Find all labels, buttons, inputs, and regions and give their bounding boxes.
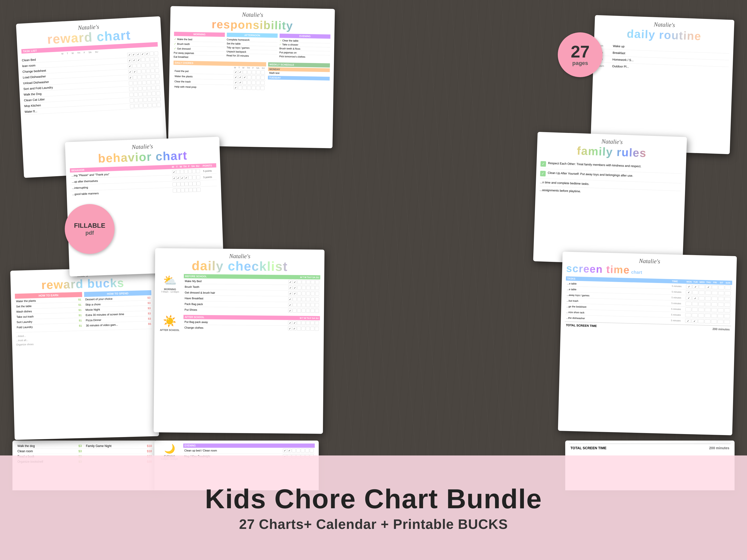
fillable-sub: pdf — [85, 230, 94, 236]
family-rules-list: ✓ Respect Each Other: Treat family membe… — [540, 159, 682, 198]
total-screen-time-label: TOTAL SCREEN TIME — [566, 323, 713, 330]
list-item: Clean room$3$10 — [17, 449, 153, 454]
afternoon-header: AFTERNOON — [227, 33, 278, 38]
afternoon-tasks: Complete homework Set the table Tidy up … — [226, 37, 277, 58]
daily-routine-times: 7am Wake up 8am Breakfast 9am Homework /… — [597, 42, 729, 74]
total-screen-time-bottom-value: 200 minutes — [709, 446, 729, 450]
screen-time-title: screen time — [566, 262, 630, 276]
list-item: Change clothes ✓✓ — [183, 325, 320, 331]
total-screen-time-value: 200 minutes — [713, 327, 730, 331]
screen-time-chart-label: chart — [631, 270, 642, 275]
list-item: Pick tomorrow's clothes — [279, 54, 330, 59]
banner-title: Kids Chore Chart Bundle — [205, 484, 542, 514]
afternoon-icon: ☀️ AFTER SCHOOL — [158, 315, 181, 331]
list-item: Walk the dog$3Family Game Night$10 — [17, 444, 153, 449]
reward-chart-tasks: Clean Bed✓✓✓✓✓ lean room✓✓✓ Change bedsh… — [22, 51, 161, 115]
badge-27-pages: 27 pages — [558, 32, 602, 77]
total-screen-time-bottom-label: TOTAL SCREEN TIME — [570, 446, 709, 450]
evening-header: EVENING — [183, 444, 315, 448]
tuesday-label: TUESDAY — [268, 76, 330, 80]
badge-pages-label: pages — [572, 60, 588, 66]
partial-more-rows: ...listed... ...trust all... Organize sh… — [16, 329, 153, 347]
points-col-header: POINTS — [200, 164, 215, 167]
daily-routine-card: Natalie's daily routine 7am Wake up 8am … — [590, 15, 735, 154]
behavior-rows: ...ing "Please" and "Thank you" ✓ 5 poin… — [70, 167, 217, 197]
after-school-tasks: Put Bag pack away ✓✓ Change clothes ✓✓ — [183, 319, 320, 331]
badge-fillable-pdf: FILLABLE pdf — [65, 204, 114, 254]
weekly-schedule-header: WEEKLY SCHEDULE — [268, 62, 330, 68]
morning-tasks: Make My Bed ✓✓ Brush Teeth ✓✓ Get dresse… — [183, 278, 320, 314]
earn-list: Water the plants$1 Set the table$1 Wash … — [15, 297, 83, 330]
evening-tasks: ✓ Clear the table ✓ Take a shower Brush … — [279, 38, 330, 59]
monday-items: Math test — [268, 71, 330, 76]
family-rules-card: Natalie's Family Rules ✓ Respect Each Ot… — [533, 132, 687, 267]
responsibility-title: responsibility — [174, 17, 331, 33]
total-screen-time-bottom-row: TOTAL SCREEN TIME 200 minutes — [569, 444, 730, 452]
responsibility-chart-card: Natalie's responsibility MORNING ✓ Make … — [168, 6, 335, 148]
morning-header: MORNING — [174, 32, 225, 37]
reward-bucks-card: ...lie's reward bucks HOW TO EARN Water … — [10, 267, 159, 440]
spend-list: Dessert of your choice$3 Skip a chore$3 … — [84, 295, 152, 328]
daily-checklist-title: daily checklist — [159, 259, 320, 273]
screen-time-rows: ...e table 5 minutes ✓✓✓ ...e table 5 mi… — [565, 281, 732, 324]
badge-number: 27 — [571, 43, 590, 60]
list-item: Eat breakfast — [174, 55, 224, 60]
list-item: Put Shoes ✓ — [183, 307, 320, 314]
morning-icon: ⛅ MORNING 7:00am - 12:00pm — [159, 274, 182, 293]
daily-chores-tasks: Feed the pet ✓✓ Water the plants ✓✓✓ Cle… — [173, 69, 266, 90]
list-item: Clean up bed / Clean room ✓✓ — [183, 448, 315, 453]
banner-subtitle: 27 Charts+ Calendar + Printable BUCKS — [239, 516, 508, 532]
evening-header: EVENING — [280, 34, 330, 39]
morning-tasks: ✓ Make the bed ✓ Brush teeth ✓ Get dress… — [174, 37, 225, 60]
screen-time-card: Natalie's screen time chart TASKS TIME M… — [558, 251, 737, 435]
daily-checklist-card: Natalie's daily checklist ⛅ MORNING 7:00… — [154, 248, 325, 434]
list-item: Read for 20 minutes — [226, 54, 277, 58]
fillable-label: FILLABLE — [74, 222, 105, 230]
bottom-banner: Kids Chore Chart Bundle 27 Charts+ Calen… — [0, 455, 747, 560]
